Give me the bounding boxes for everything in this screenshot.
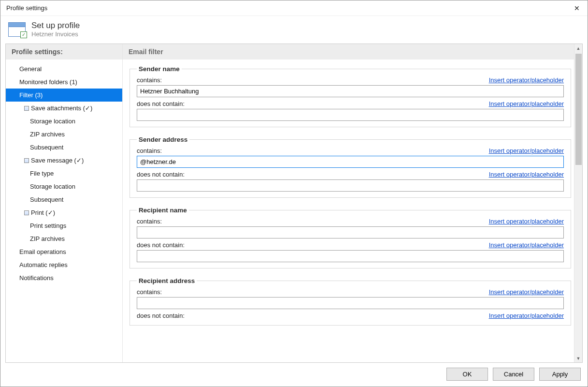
insert-operator-link[interactable]: Insert operator/placeholder xyxy=(489,100,564,107)
dialog-body: Profile settings: General Monitored fold… xyxy=(5,44,583,363)
scroll-down-arrow-icon[interactable]: ▼ xyxy=(574,354,582,362)
nav-tree: General Monitored folders (1) Filter (3)… xyxy=(6,60,122,287)
scroll-thumb[interactable] xyxy=(575,54,582,165)
main-heading: Email filter xyxy=(123,44,574,60)
sidebar-item-filter[interactable]: Filter (3) xyxy=(6,89,122,102)
sender-name-notcontain-input[interactable] xyxy=(137,109,564,121)
legend-sender-name: Sender name xyxy=(137,65,182,73)
ok-button[interactable]: OK xyxy=(446,368,488,381)
group-recipient-name: Recipient name contains: Insert operator… xyxy=(129,207,571,268)
insert-operator-link[interactable]: Insert operator/placeholder xyxy=(489,218,564,225)
dialog-footer: OK Cancel Apply xyxy=(0,363,588,387)
sidebar-item-storage-location-2[interactable]: Storage location xyxy=(6,180,122,193)
label-not-contain: does not contain: xyxy=(137,241,185,249)
disk-icon xyxy=(24,106,29,111)
sender-address-notcontain-input[interactable] xyxy=(137,179,564,192)
sender-address-contains-input[interactable] xyxy=(137,156,564,168)
dialog-header: ✓ Set up profile Hetzner Invoices xyxy=(0,16,588,44)
group-sender-address: Sender address contains: Insert operator… xyxy=(129,136,571,198)
disk-icon xyxy=(24,158,29,163)
sidebar-item-zip-archives-2[interactable]: ZIP archives xyxy=(6,232,122,245)
group-recipient-address: Recipient address contains: Insert opera… xyxy=(129,277,571,326)
recipient-name-contains-input[interactable] xyxy=(137,226,564,238)
close-icon[interactable]: ✕ xyxy=(570,1,584,15)
group-sender-name: Sender name contains: Insert operator/pl… xyxy=(129,65,571,127)
insert-operator-link[interactable]: Insert operator/placeholder xyxy=(489,288,564,296)
recipient-name-notcontain-input[interactable] xyxy=(137,250,564,262)
header-subtitle: Hetzner Invoices xyxy=(31,30,80,38)
scroll-up-arrow-icon[interactable]: ▲ xyxy=(574,44,582,52)
sidebar-item-monitored-folders[interactable]: Monitored folders (1) xyxy=(6,75,122,89)
insert-operator-link[interactable]: Insert operator/placeholder xyxy=(489,76,564,84)
titlebar: Profile settings ✕ xyxy=(0,0,588,16)
sidebar-item-notifications[interactable]: Notifications xyxy=(6,271,122,284)
sender-name-contains-input[interactable] xyxy=(137,85,564,97)
sidebar-item-general[interactable]: General xyxy=(6,62,122,75)
profile-icon: ✓ xyxy=(8,22,26,37)
main-panel: Email filter Sender name contains: Inser… xyxy=(123,44,582,362)
sidebar: Profile settings: General Monitored fold… xyxy=(6,44,123,362)
label-contains: contains: xyxy=(137,76,162,84)
legend-recipient-name: Recipient name xyxy=(137,207,189,214)
insert-operator-link[interactable]: Insert operator/placeholder xyxy=(489,147,564,154)
label-contains: contains: xyxy=(137,147,162,154)
insert-operator-link[interactable]: Insert operator/placeholder xyxy=(489,241,564,249)
insert-operator-link[interactable]: Insert operator/placeholder xyxy=(489,171,564,178)
profile-settings-dialog: Profile settings ✕ ✓ Set up profile Hetz… xyxy=(0,0,588,387)
printer-icon xyxy=(24,210,29,215)
sidebar-item-subsequent-2[interactable]: Subsequent xyxy=(6,193,122,206)
label-contains: contains: xyxy=(137,288,162,296)
label-not-contain: does not contain: xyxy=(137,312,185,319)
sidebar-item-print[interactable]: Print (✓) xyxy=(6,206,122,219)
label-contains: contains: xyxy=(137,218,162,225)
vertical-scrollbar[interactable]: ▲ ▼ xyxy=(574,44,582,362)
recipient-address-contains-input[interactable] xyxy=(137,297,564,309)
sidebar-item-subsequent[interactable]: Subsequent xyxy=(6,141,122,154)
sidebar-item-zip-archives[interactable]: ZIP archives xyxy=(6,128,122,141)
window-title: Profile settings xyxy=(6,4,570,12)
header-title: Set up profile xyxy=(31,21,80,30)
cancel-button[interactable]: Cancel xyxy=(493,368,534,381)
insert-operator-link[interactable]: Insert operator/placeholder xyxy=(489,312,564,319)
sidebar-item-print-settings[interactable]: Print settings xyxy=(6,219,122,232)
sidebar-item-save-attachments[interactable]: Save attachments (✓) xyxy=(6,102,122,115)
sidebar-heading: Profile settings: xyxy=(6,44,122,60)
legend-sender-address: Sender address xyxy=(137,136,189,143)
apply-button[interactable]: Apply xyxy=(539,368,581,381)
label-not-contain: does not contain: xyxy=(137,100,185,107)
sidebar-item-automatic-replies[interactable]: Automatic replies xyxy=(6,258,122,271)
sidebar-item-storage-location[interactable]: Storage location xyxy=(6,115,122,128)
check-icon: ✓ xyxy=(20,31,27,38)
label-not-contain: does not contain: xyxy=(137,171,185,178)
sidebar-item-email-operations[interactable]: Email operations xyxy=(6,245,122,258)
legend-recipient-address: Recipient address xyxy=(137,277,197,284)
main-scroll-area: Email filter Sender name contains: Inser… xyxy=(123,44,574,362)
sidebar-item-file-type[interactable]: File type xyxy=(6,167,122,180)
sidebar-item-save-message[interactable]: Save message (✓) xyxy=(6,154,122,167)
